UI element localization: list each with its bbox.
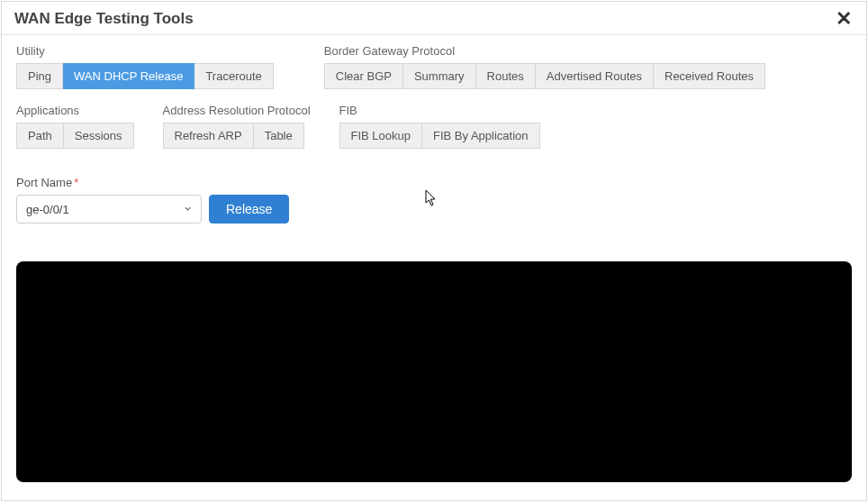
- port-name-select-input[interactable]: ge-0/0/1: [16, 195, 202, 224]
- utility-button-row: Ping WAN DHCP Release Traceroute: [16, 63, 274, 89]
- group-fib-label: FIB: [339, 104, 540, 117]
- fib-lookup-button[interactable]: FIB Lookup: [339, 123, 423, 149]
- close-icon[interactable]: ✕: [834, 9, 854, 29]
- output-console[interactable]: [16, 261, 852, 482]
- modal-title: WAN Edge Testing Tools: [14, 10, 194, 28]
- arp-table-button[interactable]: Table: [254, 123, 304, 149]
- bgp-button-row: Clear BGP Summary Routes Advertised Rout…: [324, 63, 765, 89]
- group-bgp-label: Border Gateway Protocol: [324, 44, 765, 58]
- group-bgp: Border Gateway Protocol Clear BGP Summar…: [324, 44, 765, 89]
- bgp-routes-button[interactable]: Routes: [476, 63, 536, 89]
- refresh-arp-button[interactable]: Refresh ARP: [163, 123, 254, 149]
- second-group-row: Applications Path Sessions Address Resol…: [16, 104, 852, 149]
- applications-button-row: Path Sessions: [16, 123, 134, 149]
- ping-button[interactable]: Ping: [16, 63, 63, 89]
- arp-button-row: Refresh ARP Table: [163, 123, 311, 149]
- fib-by-application-button[interactable]: FIB By Application: [422, 123, 540, 149]
- form-area: Port Name* ge-0/0/1 Release: [16, 176, 852, 224]
- group-arp: Address Resolution Protocol Refresh ARP …: [163, 104, 311, 149]
- port-name-select[interactable]: ge-0/0/1: [16, 195, 202, 224]
- group-arp-label: Address Resolution Protocol: [163, 104, 311, 117]
- path-button[interactable]: Path: [16, 123, 64, 149]
- required-star: *: [74, 176, 78, 189]
- top-group-row: Utility Ping WAN DHCP Release Traceroute…: [16, 44, 852, 89]
- modal-container: WAN Edge Testing Tools ✕ Utility Ping WA…: [1, 1, 867, 501]
- sessions-button[interactable]: Sessions: [64, 123, 134, 149]
- modal-header: WAN Edge Testing Tools ✕: [2, 2, 866, 35]
- release-button[interactable]: Release: [209, 195, 289, 224]
- port-name-label: Port Name*: [16, 176, 852, 189]
- group-applications-label: Applications: [16, 104, 134, 117]
- clear-bgp-button[interactable]: Clear BGP: [324, 63, 403, 89]
- port-name-label-text: Port Name: [16, 176, 72, 189]
- bgp-received-routes-button[interactable]: Received Routes: [654, 63, 765, 89]
- group-fib: FIB FIB Lookup FIB By Application: [339, 104, 540, 149]
- form-row: ge-0/0/1 Release: [16, 195, 852, 224]
- traceroute-button[interactable]: Traceroute: [194, 63, 273, 89]
- group-utility: Utility Ping WAN DHCP Release Traceroute: [16, 44, 274, 89]
- bgp-summary-button[interactable]: Summary: [403, 63, 476, 89]
- modal-body: Utility Ping WAN DHCP Release Traceroute…: [2, 35, 866, 497]
- fib-button-row: FIB Lookup FIB By Application: [339, 123, 540, 149]
- group-applications: Applications Path Sessions: [16, 104, 134, 149]
- group-utility-label: Utility: [16, 44, 274, 58]
- bgp-advertised-routes-button[interactable]: Advertised Routes: [536, 63, 654, 89]
- wan-dhcp-release-button[interactable]: WAN DHCP Release: [63, 63, 194, 89]
